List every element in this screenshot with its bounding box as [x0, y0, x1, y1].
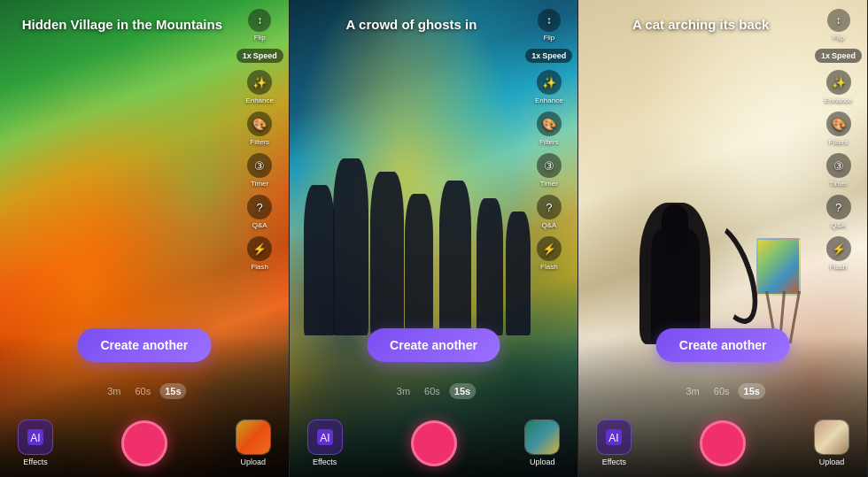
enhance-label-3: Enhance	[825, 96, 853, 104]
panel-cat: A cat arching its back ↕ Flip 1x Speed ✨…	[578, 0, 868, 477]
easel-painting	[756, 238, 801, 296]
duration-15s-3[interactable]: 15s	[739, 383, 765, 399]
filters-label-2: Filters	[539, 138, 559, 146]
flash-control-2[interactable]: ⚡ Flash	[537, 236, 562, 271]
create-another-button-3[interactable]: Create another	[656, 328, 790, 362]
duration-15s-1[interactable]: 15s	[159, 383, 186, 399]
flash-icon: ⚡	[247, 236, 272, 261]
flash-icon-2: ⚡	[537, 236, 562, 261]
upload-thumb-image-2	[525, 420, 559, 454]
flip-icon-2[interactable]: ↕	[538, 9, 561, 32]
speed-value-3: 1x	[821, 51, 830, 60]
duration-bar-2: 3m 60s 15s	[391, 383, 476, 399]
duration-15s-2[interactable]: 15s	[449, 383, 476, 399]
upload-thumb-image-3	[815, 420, 849, 454]
duration-60s-2[interactable]: 60s	[419, 383, 446, 399]
flip-icon[interactable]: ↕	[248, 9, 271, 32]
upload-label-1: Upload	[240, 458, 266, 466]
panel-ghosts: A crowd of ghosts in ↕ Flip 1x Speed ✨ E…	[290, 0, 579, 477]
upload-action-2[interactable]: Upload	[524, 419, 560, 466]
effects-action-2[interactable]: AI Effects	[307, 419, 343, 466]
svg-text:AI: AI	[30, 432, 40, 444]
flash-label-2: Flash	[540, 263, 558, 271]
qa-icon-3: ?	[826, 195, 851, 219]
duration-bar-1: 3m 60s 15s	[102, 383, 186, 399]
upload-thumb-image-1	[236, 420, 270, 454]
enhance-label-2: Enhance	[535, 96, 563, 104]
qa-icon: ?	[247, 195, 272, 219]
effects-label-2: Effects	[313, 458, 337, 466]
timer-control[interactable]: ③ Timer	[247, 153, 272, 188]
ghost-6	[477, 198, 503, 335]
qa-control-2[interactable]: ? Q&A	[537, 195, 562, 229]
flash-icon-3: ⚡	[826, 236, 851, 261]
duration-60s-1[interactable]: 60s	[129, 383, 156, 399]
panel-village: Hidden Village in the Mountains ↕ Flip 1…	[0, 0, 290, 477]
timer-label-2: Timer	[540, 180, 558, 188]
timer-icon-3: ③	[826, 153, 851, 178]
ai-effects-icon-3: AI	[596, 419, 632, 455]
timer-control-3[interactable]: ③ Timer	[826, 153, 851, 188]
cat-figure	[622, 167, 752, 344]
duration-3m-2[interactable]: 3m	[391, 383, 415, 399]
svg-text:AI: AI	[320, 432, 329, 444]
record-button-2[interactable]	[411, 420, 457, 466]
speed-badge-3[interactable]: 1x Speed	[815, 49, 862, 63]
record-button-1[interactable]	[121, 420, 167, 466]
panel-2-title: A crowd of ghosts in	[290, 16, 534, 34]
cat-body	[639, 203, 710, 344]
create-another-button-2[interactable]: Create another	[367, 328, 500, 362]
ghost-4	[405, 194, 433, 335]
flash-control[interactable]: ⚡ Flash	[247, 236, 272, 271]
filters-icon: 🎨	[247, 112, 272, 136]
upload-action-1[interactable]: Upload	[236, 419, 271, 466]
qa-label-3: Q&A	[831, 221, 846, 229]
flip-control-2[interactable]: ↕ Flip	[538, 9, 561, 42]
duration-3m-3[interactable]: 3m	[680, 383, 704, 399]
filters-icon-2: 🎨	[537, 112, 562, 136]
qa-control[interactable]: ? Q&A	[247, 195, 272, 229]
record-button-3[interactable]	[700, 420, 746, 466]
timer-label-3: Timer	[829, 180, 847, 188]
bottom-bar-3: AI Effects Upload	[578, 419, 867, 466]
filters-control-3[interactable]: 🎨 Filters	[826, 112, 851, 146]
filters-control-2[interactable]: 🎨 Filters	[537, 112, 562, 146]
enhance-icon-2: ✨	[537, 70, 562, 95]
filters-label: Filters	[250, 138, 269, 146]
qa-label-2: Q&A	[541, 221, 556, 229]
qa-control-3[interactable]: ? Q&A	[826, 195, 851, 229]
duration-60s-3[interactable]: 60s	[709, 383, 735, 399]
speed-label: Speed	[253, 51, 277, 60]
easel-leg-2	[788, 291, 800, 344]
ghost-2	[333, 158, 368, 335]
panel-2-side-controls: ↕ Flip 1x Speed ✨ Enhance 🎨 Filters ③ Ti…	[525, 9, 572, 271]
enhance-control-2[interactable]: ✨ Enhance	[535, 70, 563, 104]
effects-action-3[interactable]: AI Effects	[596, 419, 632, 466]
ghost-5	[439, 181, 471, 335]
panel-3-side-controls: ↕ Flip 1x Speed ✨ Enhance 🎨 Filters ③ Ti…	[815, 9, 862, 271]
bottom-bar-1: AI Effects Upload	[0, 419, 289, 466]
duration-3m-1[interactable]: 3m	[102, 383, 126, 399]
flash-control-3[interactable]: ⚡ Flash	[826, 236, 851, 271]
upload-thumbnail-2	[524, 419, 560, 455]
speed-label-2: Speed	[542, 51, 566, 60]
enhance-icon: ✨	[247, 70, 272, 95]
speed-badge[interactable]: 1x Speed	[236, 49, 283, 63]
effects-action-1[interactable]: AI Effects	[18, 419, 53, 466]
enhance-control[interactable]: ✨ Enhance	[245, 70, 274, 104]
timer-control-2[interactable]: ③ Timer	[537, 153, 562, 188]
svg-text:AI: AI	[609, 432, 619, 444]
flip-control-3[interactable]: ↕ Flip	[827, 9, 850, 42]
upload-action-3[interactable]: Upload	[814, 419, 849, 466]
flip-control[interactable]: ↕ Flip	[248, 9, 271, 42]
ghost-1	[304, 185, 335, 335]
timer-icon-2: ③	[537, 153, 562, 178]
create-another-button-1[interactable]: Create another	[77, 328, 211, 362]
filters-control[interactable]: 🎨 Filters	[247, 112, 272, 146]
flip-icon-3[interactable]: ↕	[827, 9, 850, 32]
qa-label: Q&A	[252, 221, 267, 229]
enhance-control-3[interactable]: ✨ Enhance	[825, 70, 853, 104]
ghost-3	[370, 172, 404, 335]
filters-label-3: Filters	[829, 138, 849, 146]
speed-badge-2[interactable]: 1x Speed	[525, 49, 572, 63]
